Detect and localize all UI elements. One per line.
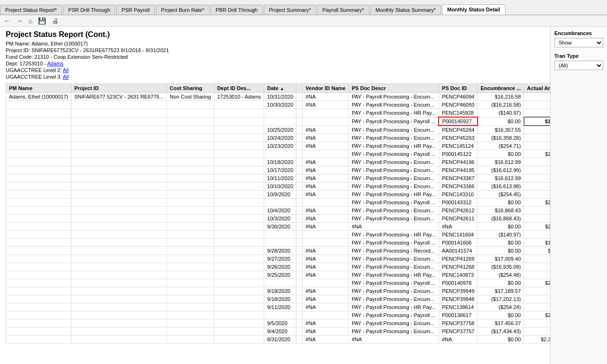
col-header-encumbrance[interactable]: Encumbrance ... bbox=[478, 84, 524, 93]
col-header-date[interactable]: Date ▲ bbox=[264, 84, 296, 93]
col-header-dept-id[interactable]: Dept ID Des... bbox=[214, 84, 264, 93]
table-cell bbox=[71, 328, 166, 336]
table-cell: $0.00 bbox=[524, 328, 550, 336]
table-cell bbox=[71, 134, 166, 142]
col-header-cost-sharing[interactable]: Cost Sharing bbox=[167, 84, 214, 93]
table-cell bbox=[71, 319, 166, 328]
table-cell: 17253010 - Adams bbox=[214, 93, 264, 101]
table-cell: PENCP42611 bbox=[439, 215, 478, 223]
table-cell bbox=[214, 215, 264, 223]
fund-value: 21310 - Coop Extension Serv-Restricted bbox=[35, 54, 128, 60]
ugaacct-level3-link[interactable]: All bbox=[63, 74, 68, 80]
col-header-ps-doc-id[interactable]: PS Doc ID bbox=[439, 84, 478, 93]
ugaacct-level3-info: UGAACCTREE Level 3: All bbox=[6, 74, 544, 80]
table-cell: $256.34 bbox=[524, 311, 550, 319]
home-button[interactable]: ⌂ bbox=[27, 16, 34, 26]
col-header-pm-name[interactable]: PM Name bbox=[6, 84, 72, 93]
col-header-ps-doc-descr[interactable]: PS Doc Descr bbox=[349, 84, 439, 93]
table-cell bbox=[296, 191, 303, 199]
table-cell bbox=[6, 303, 72, 311]
table-cell bbox=[6, 271, 72, 279]
table-cell: #NA bbox=[303, 247, 349, 255]
table-cell: PENC138614 bbox=[439, 303, 478, 311]
tab-project-summary[interactable]: Project Summary* bbox=[264, 5, 316, 15]
table-row: 9/11/2020#NAPAY - Payroll Processing - H… bbox=[6, 303, 551, 311]
table-cell: $256.59 bbox=[524, 279, 550, 287]
table-cell bbox=[6, 150, 72, 158]
table-cell: $0.00 bbox=[524, 158, 550, 166]
col-header-actual[interactable]: Actual Amount bbox=[524, 84, 550, 93]
back-button[interactable]: ← bbox=[2, 16, 12, 26]
ugaacct-level2-link[interactable]: All bbox=[63, 67, 68, 73]
table-cell bbox=[296, 199, 303, 207]
tab-psr-payroll[interactable]: PSR Payroll bbox=[116, 5, 155, 15]
table-cell: 10/18/2020 bbox=[264, 158, 296, 166]
save-button[interactable]: 💾 bbox=[36, 16, 48, 26]
col-header-sort[interactable] bbox=[296, 84, 303, 93]
encumbrances-select[interactable]: Show Hide bbox=[554, 38, 603, 47]
table-cell: $256.55 bbox=[524, 199, 550, 207]
table-cell bbox=[6, 287, 72, 295]
table-cell bbox=[214, 109, 264, 118]
table-cell: PAY - Payroll Processing - Encum... bbox=[349, 319, 439, 328]
table-row: 10/3/2020#NAPAY - Payroll Processing - E… bbox=[6, 215, 551, 223]
table-cell: $0.00 bbox=[524, 142, 550, 150]
col-header-vendor[interactable]: Vendor ID Name bbox=[303, 84, 349, 93]
table-cell: ($17,202.13) bbox=[478, 295, 524, 303]
table-cell bbox=[167, 126, 214, 134]
tab-monthly-status-summary[interactable]: Monthly Status Summary* bbox=[370, 5, 441, 15]
table-cell bbox=[296, 158, 303, 166]
tab-payroll-summary[interactable]: Payroll Summary* bbox=[317, 5, 369, 15]
page-title: Project Status Report (Cont.) bbox=[6, 30, 544, 39]
col-header-project-id[interactable]: Project ID bbox=[71, 84, 166, 93]
table-cell bbox=[6, 295, 72, 303]
tran-type-select[interactable]: (All) bbox=[554, 61, 603, 70]
content-area: Project Status Report (Cont.) PM Name: A… bbox=[0, 27, 607, 364]
tab-monthly-status-detail[interactable]: Monthly Status Detail bbox=[442, 4, 506, 15]
table-cell: 10/30/2020 bbox=[264, 101, 296, 109]
table-cell: PAY - Payroll Processing - Encum... bbox=[349, 182, 439, 191]
pm-value: Adams, Ethel (1000017) bbox=[31, 41, 88, 46]
forward-button[interactable]: → bbox=[14, 16, 25, 26]
tran-type-label: Tran Type bbox=[554, 53, 603, 59]
table-cell: PAY - Payroll Processing - HR Pay... bbox=[349, 109, 439, 118]
table-cell: $0.00 bbox=[478, 223, 524, 231]
table-cell: $0.00 bbox=[524, 295, 550, 303]
table-cell bbox=[214, 158, 264, 166]
table-cell bbox=[71, 126, 166, 134]
table-cell: PENC141604 bbox=[439, 231, 478, 239]
table-cell: PAY - Payroll Processing - Encum... bbox=[349, 287, 439, 295]
tab-pbr-drill-through[interactable]: PBR Drill Through bbox=[211, 5, 263, 15]
table-cell bbox=[296, 223, 303, 231]
table-cell bbox=[296, 117, 303, 126]
table-cell: ($16,612.99) bbox=[478, 166, 524, 174]
table-cell bbox=[296, 303, 303, 311]
table-cell: PENC143310 bbox=[439, 191, 478, 199]
table-cell bbox=[214, 247, 264, 255]
table-cell bbox=[296, 101, 303, 109]
table-cell: P000143312 bbox=[439, 199, 478, 207]
table-cell: ($254.48) bbox=[478, 271, 524, 279]
print-button[interactable]: 🖨 bbox=[50, 16, 60, 26]
table-row: 10/11/2020#NAPAY - Payroll Processing - … bbox=[6, 174, 551, 182]
table-cell bbox=[71, 166, 166, 174]
table-cell: $0.00 bbox=[478, 150, 524, 158]
table-row: 9/4/2020#NAPAY - Payroll Processing - En… bbox=[6, 328, 551, 336]
data-table: PM Name Project ID Cost Sharing Dept ID … bbox=[6, 83, 550, 344]
table-cell: PENCP45263 bbox=[439, 134, 478, 142]
table-row: 10/25/2020#NAPAY - Payroll Processing - … bbox=[6, 126, 551, 134]
table-cell: PAY - Payroll Processing - Encum... bbox=[349, 207, 439, 215]
tab-psr-drill-through[interactable]: PSR Drill Through bbox=[63, 5, 115, 15]
dept-link[interactable]: Adams bbox=[47, 61, 63, 66]
table-cell: #NA bbox=[303, 295, 349, 303]
tab-project-status-report[interactable]: Project Status Report* bbox=[0, 5, 62, 15]
table-cell bbox=[6, 134, 72, 142]
table-cell: #NA bbox=[303, 93, 349, 101]
table-cell bbox=[214, 117, 264, 126]
table-cell: PAY - Payroll Processing - HR Pay... bbox=[349, 142, 439, 150]
page-header: Project Status Report (Cont.) PM Name: A… bbox=[6, 30, 544, 80]
tab-project-burn-rate[interactable]: Project Burn Rate* bbox=[156, 5, 210, 15]
encumbrances-section: Encumbrances Show Hide bbox=[554, 30, 603, 47]
table-cell bbox=[296, 319, 303, 328]
table-cell: $37.21 bbox=[524, 247, 550, 255]
